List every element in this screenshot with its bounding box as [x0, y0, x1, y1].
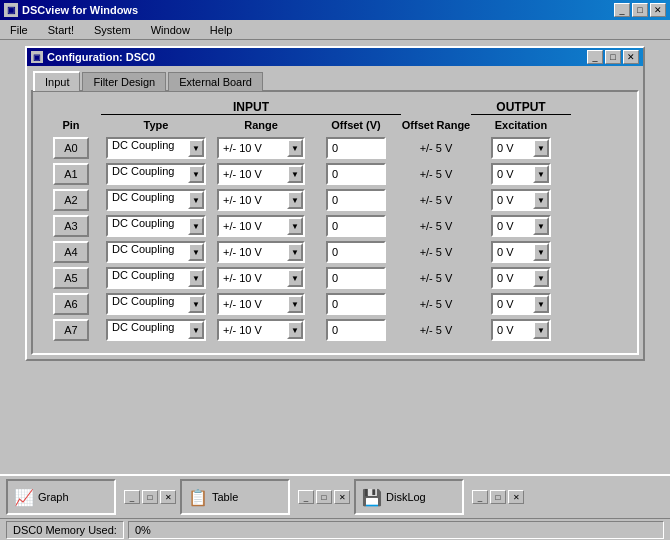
range-cell-1: +/- 10 V▼ — [211, 163, 311, 185]
type-arrow-7[interactable]: ▼ — [188, 321, 204, 339]
range-select-6[interactable]: +/- 10 V▼ — [217, 293, 305, 315]
config-minimize-button[interactable]: _ — [587, 50, 603, 64]
config-maximize-button[interactable]: □ — [605, 50, 621, 64]
excitation-select-7[interactable]: 0 V▼ — [491, 319, 551, 341]
offset-input-7[interactable] — [326, 319, 386, 341]
range-select-0[interactable]: +/- 10 V▼ — [217, 137, 305, 159]
excitation-arrow-1[interactable]: ▼ — [533, 165, 549, 183]
range-select-3[interactable]: +/- 10 V▼ — [217, 215, 305, 237]
app-title-bar: ▣ DSCview for Windows _ □ ✕ — [0, 0, 670, 20]
disklog-close[interactable]: ✕ — [508, 490, 524, 504]
excitation-arrow-3[interactable]: ▼ — [533, 217, 549, 235]
table-restore[interactable]: □ — [316, 490, 332, 504]
range-cell-3: +/- 10 V▼ — [211, 215, 311, 237]
range-arrow-7[interactable]: ▼ — [287, 321, 303, 339]
excitation-select-2[interactable]: 0 V▼ — [491, 189, 551, 211]
table-close[interactable]: ✕ — [334, 490, 350, 504]
type-select-6[interactable]: DC Coupling▼ — [106, 293, 206, 315]
pin-button-A6[interactable]: A6 — [53, 293, 89, 315]
type-select-1[interactable]: DC Coupling▼ — [106, 163, 206, 185]
pin-button-A4[interactable]: A4 — [53, 241, 89, 263]
menu-system[interactable]: System — [88, 23, 137, 37]
excitation-arrow-0[interactable]: ▼ — [533, 139, 549, 157]
type-arrow-1[interactable]: ▼ — [188, 165, 204, 183]
graph-restore[interactable]: □ — [142, 490, 158, 504]
menu-window[interactable]: Window — [145, 23, 196, 37]
menu-start[interactable]: Start! — [42, 23, 80, 37]
tab-input[interactable]: Input — [33, 71, 80, 91]
excitation-arrow-5[interactable]: ▼ — [533, 269, 549, 287]
disklog-minimize[interactable]: _ — [472, 490, 488, 504]
pin-button-A7[interactable]: A7 — [53, 319, 89, 341]
range-arrow-3[interactable]: ▼ — [287, 217, 303, 235]
type-arrow-3[interactable]: ▼ — [188, 217, 204, 235]
excitation-cell-0: 0 V▼ — [471, 137, 571, 159]
type-arrow-4[interactable]: ▼ — [188, 243, 204, 261]
disklog-restore[interactable]: □ — [490, 490, 506, 504]
excitation-select-3[interactable]: 0 V▼ — [491, 215, 551, 237]
menu-help[interactable]: Help — [204, 23, 239, 37]
offset-input-5[interactable] — [326, 267, 386, 289]
excitation-select-4[interactable]: 0 V▼ — [491, 241, 551, 263]
range-select-7[interactable]: +/- 10 V▼ — [217, 319, 305, 341]
range-arrow-0[interactable]: ▼ — [287, 139, 303, 157]
excitation-arrow-6[interactable]: ▼ — [533, 295, 549, 313]
menu-bar: File Start! System Window Help — [0, 20, 670, 40]
range-arrow-4[interactable]: ▼ — [287, 243, 303, 261]
pin-button-A1[interactable]: A1 — [53, 163, 89, 185]
pin-button-A2[interactable]: A2 — [53, 189, 89, 211]
excitation-arrow-2[interactable]: ▼ — [533, 191, 549, 209]
maximize-button[interactable]: □ — [632, 3, 648, 17]
range-arrow-2[interactable]: ▼ — [287, 191, 303, 209]
offset-input-4[interactable] — [326, 241, 386, 263]
type-select-0[interactable]: DC Coupling▼ — [106, 137, 206, 159]
excitation-arrow-4[interactable]: ▼ — [533, 243, 549, 261]
excitation-select-0[interactable]: 0 V▼ — [491, 137, 551, 159]
type-arrow-2[interactable]: ▼ — [188, 191, 204, 209]
offset-input-3[interactable] — [326, 215, 386, 237]
type-arrow-0[interactable]: ▼ — [188, 139, 204, 157]
offset-input-6[interactable] — [326, 293, 386, 315]
range-select-2[interactable]: +/- 10 V▼ — [217, 189, 305, 211]
excitation-select-6[interactable]: 0 V▼ — [491, 293, 551, 315]
taskbar-disklog[interactable]: 💾 DiskLog — [354, 479, 464, 515]
range-select-5[interactable]: +/- 10 V▼ — [217, 267, 305, 289]
col-headers: Pin Type Range Offset (V) Offset Range E… — [41, 117, 629, 133]
excitation-cell-5: 0 V▼ — [471, 267, 571, 289]
type-select-5[interactable]: DC Coupling▼ — [106, 267, 206, 289]
config-close-button[interactable]: ✕ — [623, 50, 639, 64]
close-button[interactable]: ✕ — [650, 3, 666, 17]
header-range: Range — [211, 117, 311, 133]
status-bar: DSC0 Memory Used: 0% — [0, 518, 670, 540]
excitation-cell-1: 0 V▼ — [471, 163, 571, 185]
range-arrow-6[interactable]: ▼ — [287, 295, 303, 313]
offset-input-1[interactable] — [326, 163, 386, 185]
excitation-select-5[interactable]: 0 V▼ — [491, 267, 551, 289]
offset-input-2[interactable] — [326, 189, 386, 211]
pin-button-A5[interactable]: A5 — [53, 267, 89, 289]
range-select-4[interactable]: +/- 10 V▼ — [217, 241, 305, 263]
type-arrow-6[interactable]: ▼ — [188, 295, 204, 313]
excitation-select-1[interactable]: 0 V▼ — [491, 163, 551, 185]
pin-button-A3[interactable]: A3 — [53, 215, 89, 237]
type-arrow-5[interactable]: ▼ — [188, 269, 204, 287]
minimize-button[interactable]: _ — [614, 3, 630, 17]
type-select-3[interactable]: DC Coupling▼ — [106, 215, 206, 237]
type-select-4[interactable]: DC Coupling▼ — [106, 241, 206, 263]
pin-button-A0[interactable]: A0 — [53, 137, 89, 159]
table-minimize[interactable]: _ — [298, 490, 314, 504]
range-arrow-5[interactable]: ▼ — [287, 269, 303, 287]
type-select-7[interactable]: DC Coupling▼ — [106, 319, 206, 341]
range-arrow-1[interactable]: ▼ — [287, 165, 303, 183]
taskbar-table[interactable]: 📋 Table — [180, 479, 290, 515]
tab-external-board[interactable]: External Board — [168, 72, 263, 91]
tab-filter-design[interactable]: Filter Design — [82, 72, 166, 91]
excitation-arrow-7[interactable]: ▼ — [533, 321, 549, 339]
taskbar-graph[interactable]: 📈 Graph — [6, 479, 116, 515]
type-select-2[interactable]: DC Coupling▼ — [106, 189, 206, 211]
range-select-1[interactable]: +/- 10 V▼ — [217, 163, 305, 185]
menu-file[interactable]: File — [4, 23, 34, 37]
graph-close[interactable]: ✕ — [160, 490, 176, 504]
offset-input-0[interactable] — [326, 137, 386, 159]
graph-minimize[interactable]: _ — [124, 490, 140, 504]
